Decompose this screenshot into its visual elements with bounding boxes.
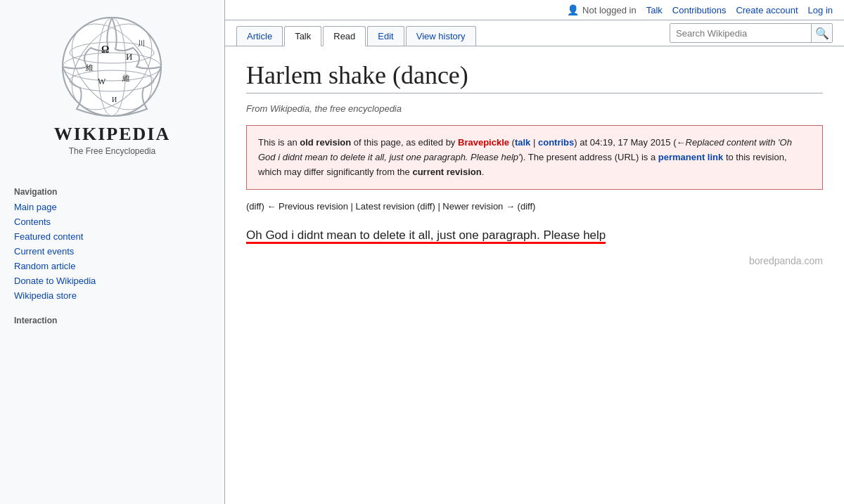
talk-link-rev[interactable]: talk [515,137,530,148]
revision-notice-box: This is an old revision of this page, as… [246,125,823,190]
svg-text:И: И [112,96,117,103]
arrow: ← [677,137,686,148]
tab-read[interactable]: Read [323,26,366,46]
contributions-link[interactable]: Contributions [672,5,727,15]
from-wikipedia-text: From Wikipedia, the free encyclopedia [246,103,823,114]
revision-mid2: ( [509,137,515,148]
sidebar-links: Main pageContentsFeatured contentCurrent… [14,200,210,303]
contribs-link[interactable]: contribs [538,137,574,148]
sidebar-navigation: Navigation Main pageContentsFeatured con… [0,170,224,335]
navigation-label: Navigation [14,187,210,197]
tab-talk[interactable]: Talk [284,26,321,46]
sidebar: Ω И 維 W 維 И 川 Wikipedia The Free Encyclo… [0,0,225,504]
sidebar-item-donate[interactable]: Donate to Wikipedia [14,273,210,288]
article-text: Oh God i didnt mean to delete it all, ju… [246,228,606,244]
interaction-label: Interaction [14,316,210,325]
page-title: Harlem shake (dance) [246,60,823,93]
old-revision-label: old revision [300,137,351,148]
user-status: 👤 Not logged in [567,4,637,15]
article-content: Oh God i didnt mean to delete it all, ju… [246,228,606,244]
svg-text:W: W [98,77,106,86]
svg-text:И: И [126,51,132,62]
permanent-link[interactable]: permanent link [658,152,723,162]
wiki-tagline: The Free Encyclopedia [69,146,155,156]
top-bar: 👤 Not logged in Talk Contributions Creat… [225,0,844,20]
sidebar-item-featured-content[interactable]: Featured content [14,229,210,244]
revision-mid1: of this page, as edited by [351,137,458,148]
not-logged-in-text: Not logged in [582,5,637,15]
article-wrapper: Oh God i didnt mean to delete it all, ju… [246,226,823,252]
revision-intro: This is an [258,137,300,148]
search-button[interactable]: 🔍 [811,24,832,42]
svg-text:Ω: Ω [101,44,109,55]
content-area: 👤 Not logged in Talk Contributions Creat… [225,0,844,504]
talk-link[interactable]: Talk [646,5,663,15]
create-account-link[interactable]: Create account [736,5,798,15]
wiki-wordmark: Wikipedia [54,124,170,145]
search-input[interactable] [670,27,811,40]
tab-bar: Article Talk Read Edit View history 🔍 [225,20,844,46]
svg-text:川: 川 [138,39,145,47]
person-icon: 👤 [567,4,579,15]
main-content: Harlem shake (dance) From Wikipedia, the… [225,46,844,504]
sidebar-item-main-page[interactable]: Main page [14,200,210,214]
tab-edit[interactable]: Edit [367,26,404,46]
period: . [482,167,485,177]
tab-view-history[interactable]: View history [406,26,476,46]
log-in-link[interactable]: Log in [808,5,833,15]
tab-article[interactable]: Article [236,26,283,46]
diff-navigation-line: (diff) ← Previous revision | Latest revi… [246,201,823,212]
sidebar-item-wiki-store[interactable]: Wikipedia store [14,288,210,303]
revision-sep: | [530,137,538,148]
sidebar-item-contents[interactable]: Contents [14,214,210,229]
revision-mid3: ) at 04:19, 17 May 2015 ( [574,137,676,148]
sidebar-item-random-article[interactable]: Random article [14,259,210,273]
wikipedia-globe-icon: Ω И 維 W 維 И 川 [59,14,165,119]
logo-area: Ω И 維 W 維 И 川 Wikipedia The Free Encyclo… [40,7,184,170]
editor-link[interactable]: Bravepickle [458,137,509,148]
search-box: 🔍 [670,23,833,43]
watermark: boredpanda.com [749,255,823,266]
end-paren: ). The present address (URL) is a [520,152,658,162]
current-revision-label: current revision [412,167,481,177]
svg-text:維: 維 [122,74,130,82]
svg-text:維: 維 [85,63,94,72]
sidebar-item-current-events[interactable]: Current events [14,244,210,259]
